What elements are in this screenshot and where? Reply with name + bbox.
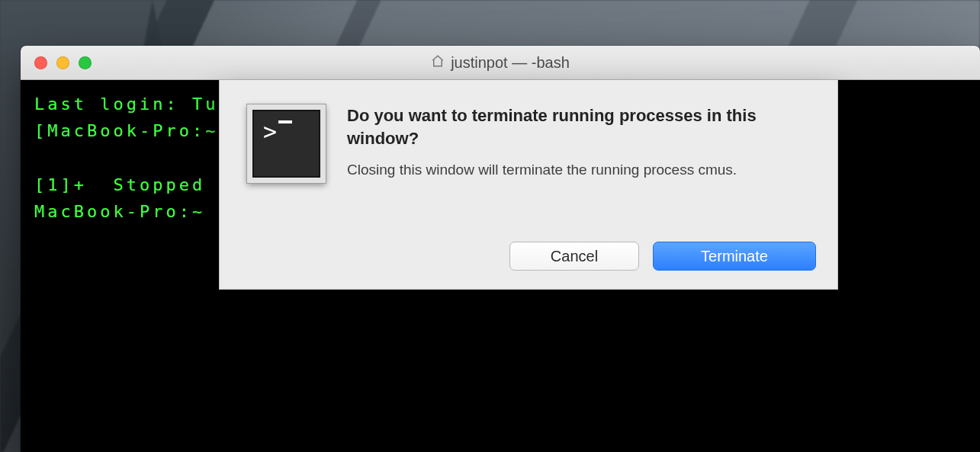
- window-title-text: justinpot — -bash: [451, 54, 570, 72]
- terminal-app-icon: >: [247, 104, 326, 183]
- terminal-line: MacBook-Pro:~ j: [34, 202, 232, 221]
- zoom-button[interactable]: [79, 56, 92, 69]
- cancel-button[interactable]: Cancel: [509, 242, 639, 271]
- terminate-button-label: Terminate: [701, 248, 768, 265]
- terminal-line: Last login: Tue: [34, 95, 232, 114]
- traffic-lights: [21, 56, 92, 69]
- confirm-dialog: > Do you want to terminate running proce…: [219, 80, 838, 290]
- terminate-button[interactable]: Terminate: [653, 242, 816, 271]
- dialog-message: Closing this window will terminate the r…: [347, 160, 816, 181]
- close-button[interactable]: [34, 56, 47, 69]
- home-icon: [431, 54, 445, 72]
- dialog-headline: Do you want to terminate running process…: [347, 104, 816, 149]
- terminal-line: [MacBook-Pro:~ j: [34, 121, 245, 140]
- terminal-line: [1]+ Stopped: [34, 175, 205, 194]
- window-titlebar[interactable]: justinpot — -bash: [21, 46, 980, 80]
- dialog-button-row: Cancel Terminate: [247, 242, 816, 271]
- minimize-button[interactable]: [56, 56, 69, 69]
- cancel-button-label: Cancel: [551, 248, 598, 265]
- terminal-window: justinpot — -bash Last login: Tue [MacBo…: [21, 46, 980, 452]
- window-title: justinpot — -bash: [21, 54, 980, 72]
